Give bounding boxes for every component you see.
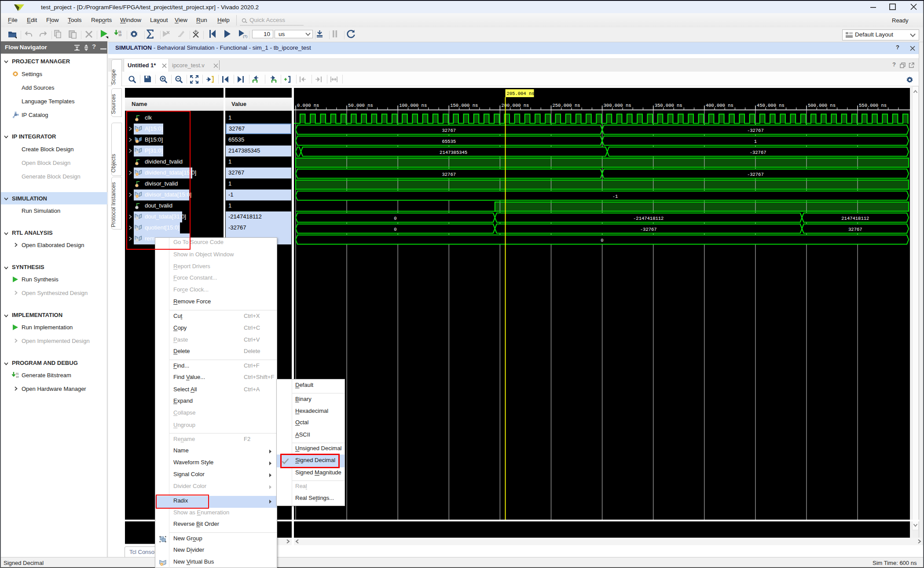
svg-text:2147385345: 2147385345 (440, 150, 467, 155)
svg-text:32767: 32767 (442, 128, 456, 133)
svg-text:100.000 ns: 100.000 ns (399, 103, 427, 108)
svg-text:150.000 ns: 150.000 ns (450, 103, 478, 108)
svg-text:300.000 ns: 300.000 ns (604, 103, 631, 108)
svg-text:-32767: -32767 (747, 172, 764, 177)
svg-text:0: 0 (394, 216, 396, 221)
svg-text:205.004 ns: 205.004 ns (507, 91, 535, 96)
svg-text:10: 10 (16, 375, 19, 378)
svg-text:-1: -1 (612, 194, 618, 199)
svg-text:-2147418112: -2147418112 (633, 216, 664, 221)
svg-text:01: 01 (16, 372, 19, 375)
svg-text:50.000 ns: 50.000 ns (348, 103, 373, 108)
svg-text:2147418112: 2147418112 (841, 216, 869, 221)
svg-text:1: 1 (754, 139, 757, 144)
svg-text:-32767: -32767 (747, 128, 764, 133)
svg-text:-32767: -32767 (640, 227, 657, 232)
svg-text:0: 0 (394, 227, 396, 232)
svg-text:(T): (T) (243, 34, 248, 38)
svg-text:32767: 32767 (442, 172, 456, 177)
svg-text:10: 10 (118, 33, 122, 36)
svg-text:0: 0 (601, 238, 603, 243)
svg-text:01: 01 (118, 30, 122, 33)
svg-text:-32767: -32767 (750, 150, 766, 155)
svg-text:500.000 ns: 500.000 ns (808, 103, 836, 108)
svg-text:0.000 ns: 0.000 ns (297, 103, 319, 108)
svg-text:350.000 ns: 350.000 ns (655, 103, 682, 108)
svg-text:550.000 ns: 550.000 ns (859, 103, 887, 108)
svg-text:32767: 32767 (848, 227, 862, 232)
svg-text:65535: 65535 (442, 139, 456, 144)
svg-text:400.000 ns: 400.000 ns (706, 103, 733, 108)
svg-text:250.000 ns: 250.000 ns (552, 103, 580, 108)
svg-text:450.000 ns: 450.000 ns (757, 103, 785, 108)
